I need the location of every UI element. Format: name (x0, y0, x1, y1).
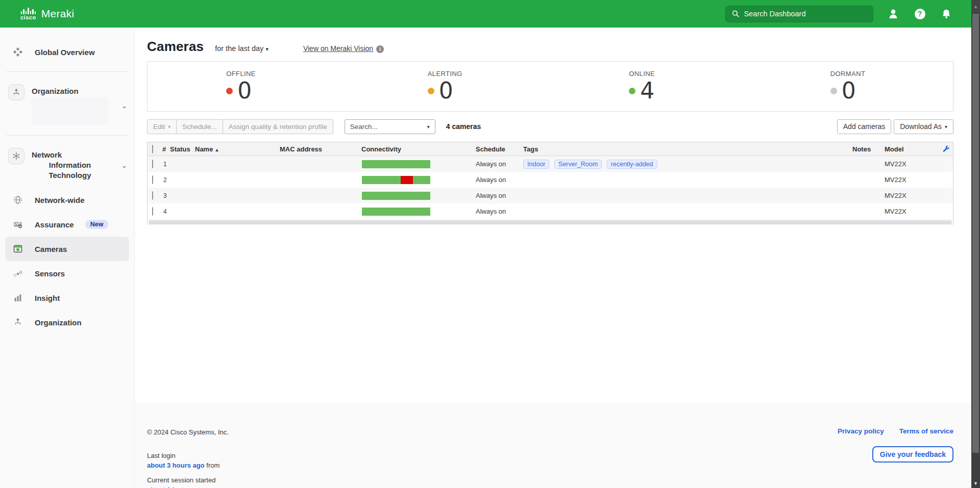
row-number: 1 (162, 161, 170, 168)
connectivity-bar (362, 160, 430, 168)
configure-columns-button[interactable] (938, 145, 953, 153)
column-mac[interactable]: MAC address (280, 145, 361, 153)
table-row[interactable]: 4 Always on MV22X (148, 203, 953, 219)
sidebar-network-selector[interactable]: Network Information Technology ⌄ (0, 143, 134, 184)
dormant-status-dot (830, 88, 837, 94)
new-badge: New (85, 220, 109, 229)
network-section-label: Network (32, 150, 108, 160)
session-started-link[interactable]: about 1 hour ago (147, 486, 201, 488)
column-number[interactable]: # (162, 145, 170, 153)
status-count: 0 (842, 79, 856, 103)
status-label: OFFLINE (226, 70, 256, 78)
status-label: DORMANT (830, 70, 866, 78)
scroll-up-arrow-icon[interactable]: ▲ (971, 0, 980, 13)
camera-schedule: Always on (476, 176, 523, 184)
assign-profile-button[interactable]: Assign quality & retention profile (223, 119, 333, 134)
column-model[interactable]: Model (885, 145, 938, 153)
status-card-offline: OFFLINE 0 (148, 62, 349, 111)
camera-schedule: Always on (476, 208, 523, 215)
offline-status-dot (226, 88, 233, 94)
give-feedback-button[interactable]: Give your feedback (872, 446, 953, 463)
account-icon[interactable] (887, 7, 900, 20)
table-search-select[interactable]: Search... ▾ (345, 119, 435, 134)
last-login-link[interactable]: about 3 hours ago (147, 461, 205, 469)
sidebar-item-insight[interactable]: Insight (0, 286, 134, 310)
privacy-policy-link[interactable]: Privacy policy (838, 427, 884, 435)
column-connectivity[interactable]: Connectivity (361, 145, 476, 153)
sidebar-item-assurance[interactable]: Assurance New (0, 212, 134, 237)
tag-pill[interactable]: recently-added (607, 160, 657, 169)
last-login-label: Last login (147, 451, 229, 460)
sidebar-label: Sensors (35, 269, 65, 278)
network-box-icon (8, 148, 24, 164)
connectivity-bar (362, 192, 430, 200)
sidebar-label: Assurance (35, 220, 74, 229)
search-dashboard-input[interactable] (744, 10, 867, 18)
column-status[interactable]: Status (170, 145, 195, 153)
scrollbar-thumb[interactable] (972, 14, 979, 453)
add-cameras-button[interactable]: Add cameras (837, 119, 891, 134)
sidebar-item-organization[interactable]: Organization (0, 310, 134, 335)
camera-model: MV22X (885, 192, 938, 199)
row-checkbox[interactable] (152, 207, 153, 216)
chevron-down-icon: ▾ (265, 46, 268, 52)
sidebar-item-cameras[interactable]: Cameras (5, 237, 129, 261)
copyright-text: © 2024 Cisco Systems, Inc. (147, 427, 229, 437)
edit-button[interactable]: Edit▾ (147, 119, 177, 134)
page-scrollbar[interactable]: ▲ ▼ (971, 0, 980, 488)
status-count: 0 (237, 79, 252, 103)
meraki-vision-link[interactable]: View on Meraki Vision (303, 44, 373, 53)
chevron-down-icon: ▾ (168, 124, 170, 130)
table-row[interactable]: 2 Always on MV22X (148, 172, 953, 188)
column-schedule[interactable]: Schedule (476, 145, 523, 153)
dashboard-search[interactable] (725, 6, 873, 22)
table-row[interactable]: 3 Always on MV22X (148, 188, 953, 203)
brand-name: Meraki (41, 8, 75, 20)
sidebar-label: Insight (35, 294, 60, 302)
row-checkbox[interactable] (152, 160, 153, 168)
sidebar-navigation: Global Overview Organization ⌄ Network I… (0, 28, 135, 488)
session-started-label: Current session started (147, 475, 229, 485)
sidebar-label: Global Overview (35, 48, 95, 57)
sidebar-label: Network-wide (35, 196, 85, 204)
chevron-down-icon: ▾ (427, 124, 430, 130)
organization-box-icon (8, 84, 24, 100)
status-label: ALERTING (428, 70, 462, 78)
status-count: 0 (439, 79, 453, 103)
sidebar-item-global-overview[interactable]: Global Overview (0, 40, 134, 64)
row-checkbox[interactable] (152, 175, 153, 184)
help-icon[interactable]: ? (913, 7, 926, 20)
meraki-dashboard: cisco Meraki ? (0, 0, 980, 488)
table-horizontal-scrollbar[interactable] (148, 219, 953, 224)
table-row[interactable]: 1 Always on Indoor Server_Room recently-… (148, 156, 953, 172)
terms-of-service-link[interactable]: Terms of service (899, 427, 953, 435)
sidebar-divider (6, 135, 128, 136)
tag-pill[interactable]: Server_Room (554, 160, 602, 169)
wrench-icon (942, 145, 950, 153)
status-count: 4 (640, 79, 654, 103)
sidebar-item-sensors[interactable]: Sensors (0, 261, 134, 286)
scroll-down-arrow-icon[interactable]: ▼ (971, 481, 980, 486)
row-checkbox[interactable] (152, 191, 153, 200)
cisco-meraki-logo[interactable]: cisco Meraki (20, 8, 74, 20)
table-toolbar: Edit▾ Schedule... Assign quality & reten… (147, 119, 953, 134)
network-name: Information Technology (32, 160, 108, 181)
organization-tree-icon (10, 318, 26, 327)
camera-count: 4 cameras (446, 122, 481, 131)
schedule-button[interactable]: Schedule... (177, 119, 223, 134)
column-notes[interactable]: Notes (852, 145, 885, 153)
sidebar-item-network-wide[interactable]: Network-wide (0, 188, 134, 212)
sensors-icon (10, 268, 26, 278)
select-all-checkbox[interactable] (152, 145, 153, 153)
tag-pill[interactable]: Indoor (523, 160, 549, 169)
column-tags[interactable]: Tags (523, 145, 852, 153)
status-label: ONLINE (629, 70, 655, 78)
cameras-icon (10, 244, 26, 254)
sidebar-organization-selector[interactable]: Organization ⌄ (0, 79, 134, 128)
table-header-row: # Status Name▲ MAC address Connectivity … (148, 142, 953, 156)
notifications-bell-icon[interactable] (940, 7, 953, 20)
download-as-button[interactable]: Download As▾ (894, 119, 953, 134)
time-filter-dropdown[interactable]: for the last day▾ (215, 44, 268, 53)
info-icon[interactable]: i (376, 45, 384, 53)
column-name[interactable]: Name▲ (195, 145, 280, 153)
